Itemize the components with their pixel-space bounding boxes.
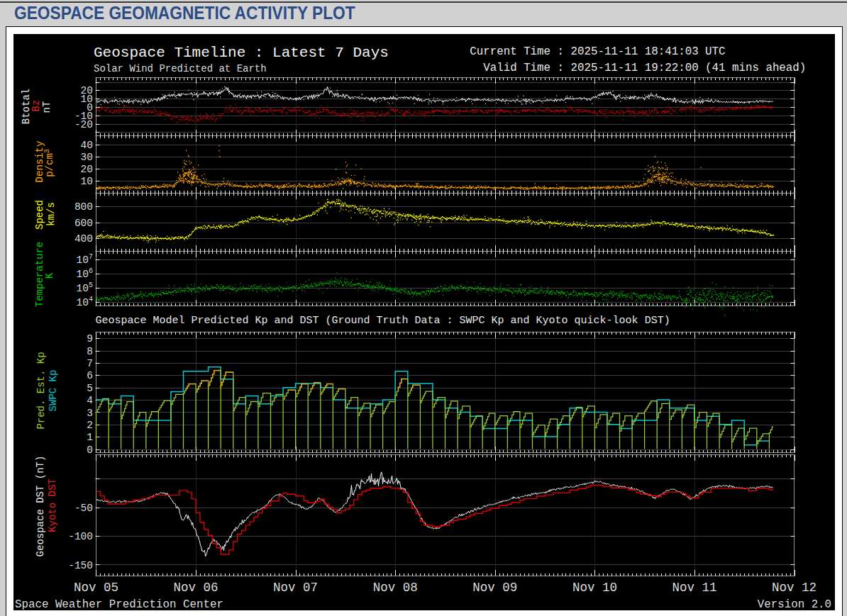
svg-text:Nov 11: Nov 11	[672, 581, 716, 595]
svg-text:400: 400	[74, 233, 93, 245]
svg-text:105: 105	[77, 281, 93, 294]
svg-text:Nov 07: Nov 07	[273, 581, 318, 595]
svg-text:10: 10	[81, 176, 93, 187]
svg-text:Nov 06: Nov 06	[174, 581, 218, 595]
svg-text:800: 800	[74, 201, 93, 213]
svg-text:Current Time : 2025-11-11 18:4: Current Time : 2025-11-11 18:41:03 UTC	[470, 45, 725, 58]
svg-text:Speed: Speed	[34, 200, 45, 230]
svg-text:-100: -100	[68, 531, 93, 542]
svg-text:20: 20	[81, 164, 93, 175]
svg-text:Kyoto DST: Kyoto DST	[47, 478, 58, 532]
svg-text:Version 2.0: Version 2.0	[758, 598, 831, 610]
svg-text:Nov 05: Nov 05	[74, 581, 118, 595]
svg-text:600: 600	[74, 218, 93, 229]
svg-text:km/s: km/s	[45, 202, 57, 226]
svg-text:Geospace Timeline : Latest 7 D: Geospace Timeline : Latest 7 Days	[94, 45, 389, 61]
svg-text:40: 40	[81, 140, 93, 151]
svg-text:30: 30	[81, 152, 93, 163]
svg-text:Valid Time : 2025-11-11 19:22:: Valid Time : 2025-11-11 19:22:00 (41 min…	[470, 62, 806, 74]
svg-text:106: 106	[77, 267, 93, 280]
svg-text:4: 4	[87, 395, 93, 406]
svg-text:-20: -20	[74, 119, 93, 130]
svg-text:Geospace DST (nT): Geospace DST (nT)	[35, 456, 46, 557]
svg-text:-150: -150	[68, 560, 93, 571]
svg-text:Nov 09: Nov 09	[472, 581, 517, 595]
svg-text:Bz: Bz	[31, 100, 42, 112]
svg-text:8: 8	[87, 346, 93, 357]
svg-text:Geospace Model Predicted Kp an: Geospace Model Predicted Kp and DST (Gro…	[96, 315, 670, 327]
svg-text:p/cm3: p/cm3	[43, 149, 55, 177]
svg-text:-50: -50	[74, 503, 93, 514]
svg-text:0: 0	[87, 444, 93, 456]
svg-text:Nov 12: Nov 12	[772, 581, 816, 595]
svg-text:6: 6	[87, 370, 93, 381]
svg-text:104: 104	[77, 296, 93, 308]
svg-text:3: 3	[87, 408, 93, 419]
svg-text:7: 7	[87, 358, 93, 369]
svg-text:2: 2	[87, 420, 93, 431]
svg-text:1: 1	[87, 432, 93, 443]
svg-text:Solar Wind Predicted at Earth: Solar Wind Predicted at Earth	[94, 63, 267, 74]
svg-text:5: 5	[87, 383, 93, 394]
svg-text:9: 9	[87, 333, 93, 345]
svg-text:107: 107	[77, 253, 93, 266]
svg-text:nT: nT	[41, 101, 52, 113]
svg-text:Pred. Est. Kp: Pred. Est. Kp	[35, 352, 47, 429]
svg-text:SWPC Kp: SWPC Kp	[48, 370, 59, 412]
svg-text:Space Weather Prediction Cente: Space Weather Prediction Center	[15, 598, 223, 610]
svg-text:K: K	[44, 272, 55, 279]
svg-text:Nov 10: Nov 10	[572, 581, 617, 595]
svg-text:Nov 08: Nov 08	[373, 581, 418, 595]
